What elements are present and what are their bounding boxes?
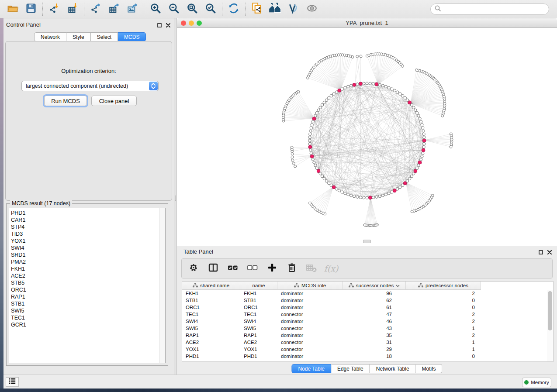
criterion-dropdown[interactable]: largest connected component (undirected) (21, 81, 159, 91)
table-row[interactable]: PHD1PHD1dominator180 (182, 353, 481, 360)
float-panel-icon[interactable] (157, 21, 162, 29)
column-header-shared-name[interactable]: shared name (182, 282, 240, 290)
run-mcds-button[interactable]: Run MCDS (44, 96, 87, 106)
zoom-selected-icon (205, 3, 216, 16)
table-row[interactable]: SWI5SWI5connector431 (182, 325, 481, 332)
export-image-button[interactable] (123, 1, 142, 17)
control-panel-tabs: NetworkStyleSelectMCDS (34, 32, 146, 41)
table-cell: 62 (343, 298, 406, 303)
mcds-result-list[interactable]: PHD1CAR1STP4TID3YOX1SWI4SRD1PMA2FKH1ACE2… (9, 208, 166, 363)
table-cell: 1 (406, 326, 481, 331)
mcds-result-group: MCDS result (17 nodes) PHD1CAR1STP4TID3Y… (6, 203, 168, 366)
export-table-button[interactable] (105, 1, 123, 17)
table-cell: 2 (406, 333, 481, 338)
column-header-MCDS-role[interactable]: MCDS role (277, 282, 343, 290)
table-cell: 46 (343, 319, 406, 324)
tab-node-table[interactable]: Node Table (291, 364, 331, 373)
refresh-network-icon (228, 3, 239, 16)
table-cell: dominator (277, 333, 343, 338)
column-header-predecessor-nodes[interactable]: predecessor nodes (406, 282, 481, 290)
zoom-fit-button[interactable] (183, 1, 201, 17)
table-row[interactable]: ORC1ORC1dominator610 (182, 304, 481, 311)
delete-column-button[interactable] (286, 263, 298, 274)
tab-style[interactable]: Style (66, 32, 91, 41)
tab-network-table[interactable]: Network Table (370, 364, 416, 373)
import-table-button[interactable] (63, 1, 82, 17)
home-icon (269, 3, 282, 16)
table-cell: 2 (406, 312, 481, 317)
table-cell: dominator (277, 319, 343, 324)
network-window-titlebar[interactable]: YPA_prune.txt_1 (177, 18, 557, 28)
zoom-in-button[interactable] (146, 1, 165, 17)
dropdown-stepper-icon (149, 82, 158, 90)
horizontal-splitter-handle[interactable] (363, 240, 371, 243)
tab-motifs[interactable]: Motifs (416, 364, 443, 373)
table-row[interactable]: RAP1RAP1dominator352 (182, 332, 481, 339)
home-button[interactable] (266, 1, 284, 17)
save-session-button[interactable] (22, 1, 40, 17)
tab-select[interactable]: Select (91, 32, 118, 41)
control-panel: Control Panel NetworkStyleSelectMCDS Opt… (3, 18, 174, 375)
show-hide-button[interactable] (303, 1, 321, 17)
table-cell: ACE2 (240, 340, 277, 345)
mcds-result-item: ACE2 (11, 272, 159, 279)
column-label: MCDS role (301, 283, 326, 288)
zoom-selected-button[interactable] (201, 1, 220, 17)
table-row[interactable]: SWI4SWI4dominator462 (182, 318, 481, 325)
vertical-splitter-handle[interactable] (175, 196, 176, 201)
table-scrollbar[interactable] (547, 290, 553, 361)
import-network-button[interactable] (45, 1, 63, 17)
mcds-result-item: TEC1 (11, 314, 159, 321)
table-row[interactable]: YOX1YOX1connector291 (182, 346, 481, 353)
search-box[interactable] (430, 3, 549, 15)
desktop-wallpaper-left (0, 18, 3, 389)
mcds-list-scrollbar[interactable] (159, 208, 165, 363)
network-graph-canvas[interactable] (177, 28, 557, 246)
network-from-document-button[interactable] (248, 1, 266, 17)
tab-mcds[interactable]: MCDS (118, 32, 146, 41)
search-input[interactable] (441, 5, 549, 14)
add-column-button[interactable] (266, 263, 278, 274)
table-scrollbar-thumb[interactable] (548, 291, 552, 330)
close-panel-icon[interactable] (547, 248, 552, 256)
column-header-successor-nodes[interactable]: successor nodes (343, 282, 406, 290)
gear-button[interactable] (188, 263, 199, 274)
open-file-icon (7, 3, 19, 16)
mcds-result-item: STB1 (11, 300, 159, 307)
table-cell: 31 (343, 340, 406, 345)
tab-network[interactable]: Network (34, 32, 66, 41)
table-row[interactable]: STB1STB1dominator620 (182, 297, 481, 304)
memory-button[interactable]: Memory (522, 378, 551, 387)
table-cell: 0 (406, 298, 481, 303)
mcds-result-item: YOX1 (11, 237, 159, 244)
table-cell: ORC1 (240, 305, 277, 310)
toolbar-separator (84, 3, 84, 16)
column-header-name[interactable]: name (240, 282, 277, 290)
export-network-button[interactable] (86, 1, 105, 17)
task-history-button[interactable] (6, 377, 19, 387)
select-none-button[interactable] (247, 263, 258, 274)
close-panel-icon[interactable] (166, 21, 170, 29)
table-cell: connector (277, 312, 343, 317)
column-label: name (253, 283, 265, 288)
table-row[interactable]: ACE2ACE2connector311 (182, 339, 481, 346)
zoom-out-button[interactable] (165, 1, 183, 17)
node-table: shared namenameMCDS rolesuccessor nodesp… (182, 281, 554, 362)
vertical-splitter[interactable] (174, 18, 177, 375)
columns-button[interactable] (208, 263, 219, 274)
open-file-button[interactable] (3, 1, 22, 17)
refresh-network-button[interactable] (225, 1, 243, 17)
vizmapper-button[interactable] (284, 1, 303, 17)
select-all-button[interactable] (227, 263, 239, 274)
tab-edge-table[interactable]: Edge Table (331, 364, 370, 373)
table-panel-title: Table Panel (183, 248, 213, 255)
table-row[interactable]: TEC1TEC1connector472 (182, 311, 481, 318)
table-cell: ACE2 (182, 340, 240, 345)
table-panel: Table Panel f(x) shared namenameMCDS rol… (177, 247, 557, 375)
float-panel-icon[interactable] (539, 248, 543, 256)
table-cell: FKH1 (240, 291, 277, 296)
column-label: successor nodes (356, 283, 394, 288)
mcds-result-item: TID3 (11, 230, 159, 237)
table-row[interactable]: FKH1FKH1dominator962 (182, 290, 481, 297)
close-panel-button[interactable]: Close panel (91, 96, 137, 106)
